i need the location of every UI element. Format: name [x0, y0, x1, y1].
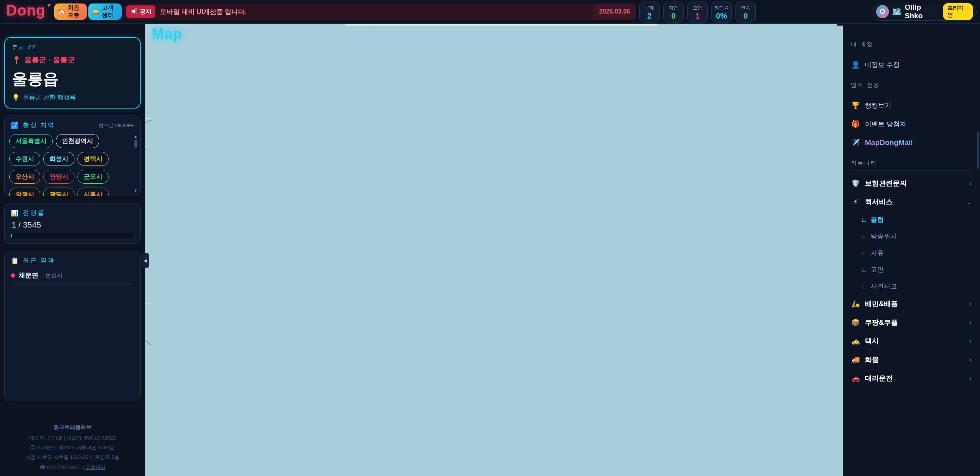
scroll-down-icon[interactable]: ▼ [134, 189, 138, 193]
notice-badge: 📢 공지 [126, 5, 155, 18]
region-chip-안양시[interactable]: 안양시 [43, 170, 74, 184]
menu-label: 배민&배플 [865, 299, 898, 309]
stat-label: 정답 [669, 5, 678, 11]
logo-dong-text: Dong [6, 2, 45, 19]
region-chip-오산시[interactable]: 오산시 [9, 170, 40, 184]
stat-label: 오답 [693, 5, 702, 11]
scroll-thumb[interactable] [134, 140, 137, 148]
footer-phone: ☎ 070-7782-3601 | [40, 464, 84, 470]
chevron-icon: › [970, 356, 972, 363]
map-emoji-icon: 🗺️ [892, 7, 902, 16]
stat-card-문제: 문제2 [639, 2, 660, 22]
menu-item-이벤트 당첨자[interactable]: 🎁이벤트 당첨자 [851, 115, 972, 133]
section-header-멤버 전용: 멤버 전용 [851, 74, 972, 93]
footer-line2: 통신판매업: 제2025-서울서초-3783호 [4, 443, 141, 452]
menu-item-퀵서비스[interactable]: ⚡퀵서비스⌄ [851, 193, 972, 211]
menu-icon: ✈️ [851, 138, 860, 147]
tree-branch-icon: ∟ [861, 266, 867, 273]
region-chip-수원시[interactable]: 수원시 [9, 152, 40, 166]
progress-label: 진행률 [23, 209, 45, 217]
menu-icon: 🏆 [851, 101, 860, 110]
active-regions-label: 활성 지역 [23, 121, 55, 129]
problem-card: 문제 #2 📍 울릉군 · 울릉군 울릉읍 💡 울릉군 관할 행정읍 [4, 37, 141, 109]
home-icon: 🏠 [58, 8, 65, 15]
tree-branch-icon: ∟ [861, 233, 867, 240]
recent-results-list: 채운면· 논산시 [11, 271, 134, 285]
menu-item-화물[interactable]: 🚚화물› [851, 350, 972, 369]
user-pill[interactable]: O 🗺️ Olllp Shko 프리미엄 [873, 3, 977, 21]
region-chip-평택시[interactable]: 평택시 [78, 152, 109, 166]
menu-item-배민&배플[interactable]: 🛵배민&배플› [851, 295, 972, 313]
bulb-icon: 💡 [12, 94, 20, 101]
menu-item-택시[interactable]: 🚕택시› [851, 332, 972, 350]
menu-label: 보험관련문의 [865, 179, 907, 188]
logo-arrow-icon: ➤ [45, 1, 53, 10]
submenu-label: 고민 [871, 265, 884, 274]
menu-label: 퀵서비스 [865, 197, 893, 207]
menu-label: MapDongMall [865, 138, 913, 147]
recent-result-row: 채운면· 논산시 [11, 271, 134, 285]
notice-text: 모바일 대비 UI개선중 입니다. [160, 7, 588, 16]
menu-item-MapDongMall[interactable]: ✈️MapDongMall [851, 133, 972, 152]
menu-icon: 🚕 [851, 337, 860, 345]
home-button[interactable]: 🏠 처음으로 [54, 3, 87, 20]
notice-bar: 📢 공지 모바일 대비 UI개선중 입니다. 2026.03.06 [124, 3, 636, 20]
progress-title: 📊 진행률 [11, 209, 134, 217]
stat-value: 0 [671, 12, 675, 20]
menu-label: 내정보 수정 [865, 60, 900, 69]
menu-item-대리운전[interactable]: 🚗대리운전› [851, 369, 972, 388]
chart-icon: 📊 [11, 209, 20, 217]
region-chip-의왕시[interactable]: 의왕시 [9, 188, 40, 196]
menu-icon: 🎁 [851, 120, 860, 128]
avatar: O [876, 5, 889, 18]
active-regions-card: 🗾 활성 지역 탭으로 ON/OFF 서울특별시인천광역시수원시화성시평택시오산… [4, 116, 141, 196]
submenu-item-사건사고[interactable]: ∟사건사고 [851, 278, 972, 295]
result-status-dot [11, 273, 15, 278]
app-logo[interactable]: MapDong ➤ [6, 2, 45, 19]
submenu-item-자유[interactable]: ∟자유 [851, 245, 972, 261]
support-button-label: 고객센터 [102, 4, 118, 19]
progress-value: 1 / 3545 [12, 220, 134, 229]
menu-label: 쿠팡&쿠플 [865, 318, 898, 327]
active-regions-title: 🗾 활성 지역 [11, 121, 55, 129]
menu-label: 이벤트 당첨자 [865, 120, 906, 129]
menu-label: 화물 [865, 355, 879, 364]
menu-icon: 🛡️ [851, 179, 860, 188]
right-sidebar-scrollbar[interactable] [977, 132, 979, 169]
pin-icon: 📍 [12, 56, 21, 65]
problem-region-label: 울릉군 · 울릉군 [24, 55, 75, 65]
stat-card-정답률: 정답률0% [711, 2, 732, 22]
footer-support-link[interactable]: 고객센터 [85, 464, 105, 470]
submenu-item-탁송위치[interactable]: ∟탁송위치 [851, 228, 972, 245]
region-chip-서울특별시[interactable]: 서울특별시 [9, 134, 53, 148]
menu-item-내정보 수정[interactable]: 👤내정보 수정 [851, 55, 972, 74]
company-name: 워크트래블허브 [4, 422, 141, 433]
region-chip-화성시[interactable]: 화성시 [43, 152, 74, 166]
stat-label: 문제 [645, 5, 654, 11]
menu-item-보험관련문의[interactable]: 🛡️보험관련문의› [851, 174, 972, 193]
recent-results-title: 📋 최근 결과 [11, 257, 134, 265]
submenu-label: 자유 [871, 248, 884, 257]
progress-bar [11, 233, 134, 238]
sidebar-footer: 워크트래블허브 대표자: 김강별 | 사업자: 690-17-02022 통신판… [4, 422, 141, 472]
menu-label: 랭킹보기 [865, 101, 891, 110]
support-center-button[interactable]: 🛎️ 고객센터 [88, 3, 122, 20]
submenu-item-꿀팁[interactable]: ∟꿀팁 [851, 211, 972, 228]
menu-item-랭킹보기[interactable]: 🏆랭킹보기 [851, 96, 972, 115]
left-sidebar-collapse-handle[interactable]: ◀ [142, 253, 149, 268]
chips-scrollbar[interactable]: ▲ ▼ [133, 135, 138, 193]
score-stats: 문제2정답0오답1정답률0%연속0 [639, 2, 756, 22]
scroll-up-icon[interactable]: ▲ [134, 135, 138, 138]
problem-number: 문제 #2 [12, 44, 133, 51]
region-chip-인천광역시[interactable]: 인천광역시 [56, 134, 99, 148]
submenu-item-고민[interactable]: ∟고민 [851, 261, 972, 278]
menu-icon: 🚗 [851, 374, 860, 383]
logo-map-text: Map [152, 26, 843, 476]
region-chip-광명시[interactable]: 광명시 [43, 188, 74, 196]
region-map-icon: 🗾 [11, 122, 20, 129]
region-chip-시흥시[interactable]: 시흥시 [78, 188, 109, 196]
problem-hint-label: 울릉군 관할 행정읍 [23, 93, 76, 102]
region-chip-군포시[interactable]: 군포시 [78, 170, 109, 184]
menu-item-쿠팡&쿠플[interactable]: 📦쿠팡&쿠플› [851, 313, 972, 332]
toggle-hint: 탭으로 ON/OFF [98, 122, 134, 129]
